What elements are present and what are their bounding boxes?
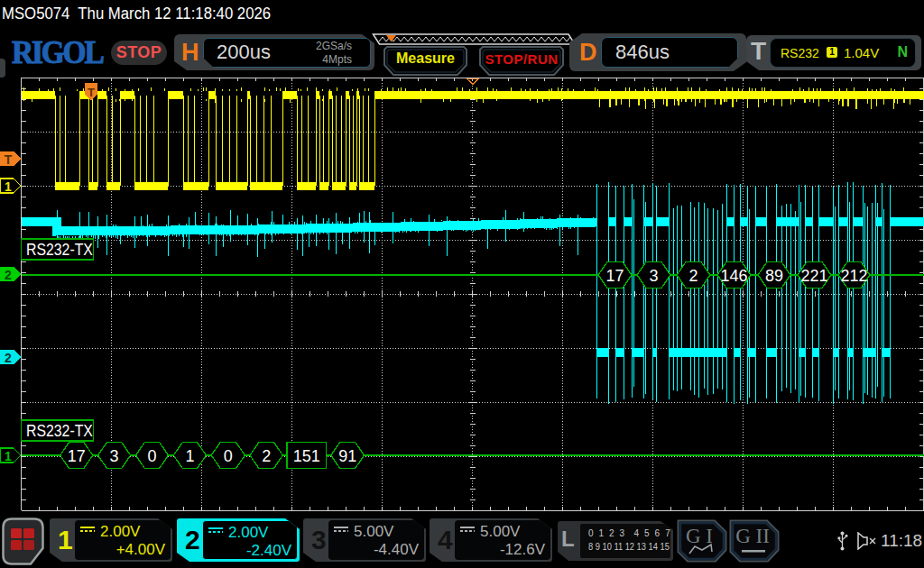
svg-text:0: 0 — [224, 447, 233, 465]
svg-text:T: T — [5, 152, 13, 167]
svg-text:146: 146 — [720, 267, 747, 285]
svg-text:2: 2 — [688, 267, 698, 285]
svg-text:151: 151 — [293, 447, 320, 465]
svg-text:1: 1 — [185, 447, 194, 465]
svg-text:2: 2 — [5, 351, 12, 365]
svg-text:221: 221 — [800, 267, 827, 285]
svg-text:3: 3 — [649, 267, 658, 285]
svg-text:0: 0 — [147, 447, 156, 465]
svg-text:91: 91 — [338, 447, 356, 465]
svg-text:2: 2 — [262, 447, 271, 465]
svg-text:17: 17 — [68, 447, 86, 465]
svg-text:RS232-TX: RS232-TX — [26, 241, 93, 259]
svg-text:2: 2 — [5, 268, 12, 282]
svg-text:RS232-TX: RS232-TX — [26, 422, 93, 440]
svg-text:T: T — [88, 86, 95, 99]
svg-text:1: 1 — [5, 179, 12, 194]
svg-text:G I: G I — [686, 525, 713, 547]
svg-text:G II: G II — [735, 525, 770, 547]
svg-text:212: 212 — [840, 267, 867, 285]
svg-text:3: 3 — [110, 447, 119, 465]
svg-text:17: 17 — [605, 267, 624, 285]
svg-text:1: 1 — [5, 449, 12, 463]
svg-text:89: 89 — [765, 267, 783, 285]
